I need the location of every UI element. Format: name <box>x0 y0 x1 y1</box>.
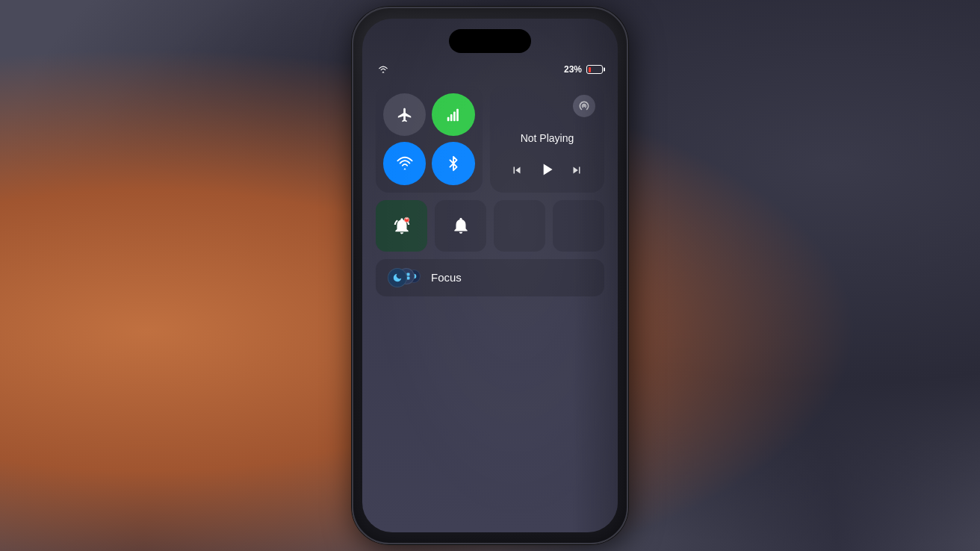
status-bar: 23% <box>377 63 603 75</box>
focus-label: Focus <box>431 271 462 284</box>
playback-controls <box>499 160 595 184</box>
not-playing-label: Not Playing <box>499 123 595 154</box>
svg-rect-0 <box>447 116 450 121</box>
second-row <box>376 200 604 252</box>
battery-area: 23% <box>564 64 603 75</box>
focus-icon-moon <box>388 268 407 287</box>
svg-rect-1 <box>450 114 453 121</box>
phone-screen: 23% <box>362 19 618 532</box>
play-button[interactable] <box>537 160 556 184</box>
airplay-button[interactable] <box>573 95 595 117</box>
next-button[interactable] <box>570 164 583 180</box>
now-playing-panel: Not Playing <box>490 86 604 193</box>
silent-mode-button[interactable] <box>435 200 486 252</box>
focus-button[interactable]: Focus <box>376 259 604 296</box>
control-center: Not Playing <box>376 86 604 296</box>
phone-body: 23% <box>352 7 628 544</box>
bluetooth-button[interactable] <box>432 142 474 184</box>
cellular-button[interactable] <box>432 93 474 136</box>
wifi-status-icon <box>377 63 389 75</box>
svg-rect-2 <box>453 111 456 121</box>
battery-percentage: 23% <box>564 64 582 75</box>
svg-rect-9 <box>407 276 410 279</box>
wifi-button[interactable] <box>383 142 426 184</box>
battery-icon <box>586 65 603 74</box>
empty-tile-2[interactable] <box>553 200 604 252</box>
dynamic-island <box>449 29 531 53</box>
svg-rect-3 <box>456 108 459 121</box>
empty-tile-1[interactable] <box>494 200 545 252</box>
screen-rotation-lock-button[interactable] <box>376 200 427 252</box>
focus-icons <box>388 267 424 289</box>
phone-container: 23% <box>352 7 628 544</box>
svg-point-5 <box>404 218 409 223</box>
svg-rect-7 <box>407 273 410 276</box>
connectivity-panel <box>376 86 483 193</box>
svg-point-4 <box>583 105 585 107</box>
airplane-mode-button[interactable] <box>383 93 426 136</box>
top-row: Not Playing <box>376 86 604 193</box>
previous-button[interactable] <box>510 164 524 180</box>
